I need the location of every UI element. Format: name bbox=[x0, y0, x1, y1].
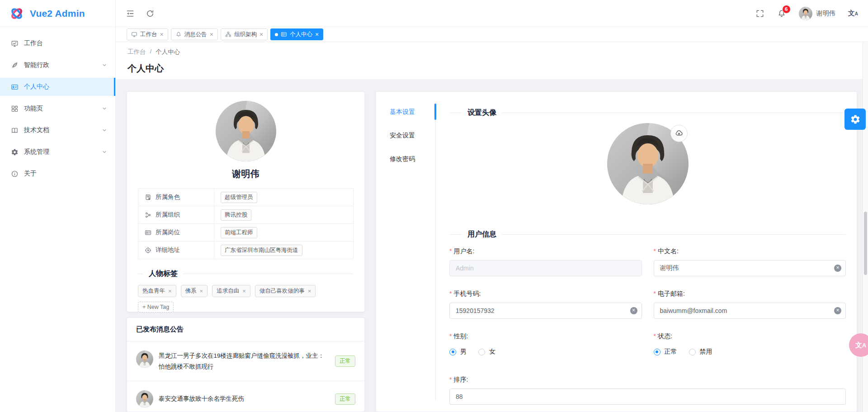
tab-label: 个人中心 bbox=[290, 31, 312, 38]
language-switch-icon[interactable]: 文A bbox=[848, 9, 858, 18]
tab-label: 消息公告 bbox=[184, 31, 207, 38]
notification-badge: 6 bbox=[782, 5, 791, 14]
sidebar-item-feature-pages[interactable]: 功能页 bbox=[0, 99, 115, 118]
email-field-group: *电子邮箱: × bbox=[654, 290, 846, 319]
gender-female-radio[interactable]: 女 bbox=[478, 348, 495, 356]
tab-workbench[interactable]: 工作台 × bbox=[127, 28, 168, 40]
role-icon bbox=[145, 194, 151, 201]
phone-input[interactable] bbox=[449, 303, 642, 319]
required-star: * bbox=[449, 247, 452, 255]
tab-org-structure[interactable]: 组织架构 × bbox=[221, 28, 268, 40]
clear-icon[interactable]: × bbox=[630, 307, 637, 314]
sidebar-item-label: 工作台 bbox=[24, 39, 43, 47]
user-info-divider: 用户信息 bbox=[449, 234, 846, 235]
location-icon bbox=[145, 247, 151, 254]
info-row-label: 所属角色 bbox=[156, 193, 180, 201]
role-value-tag: 超级管理员 bbox=[221, 192, 257, 203]
sidebar-item-smart-admin[interactable]: 智能行政 bbox=[0, 56, 115, 74]
close-icon[interactable]: × bbox=[168, 288, 172, 294]
sidebar-item-label: 功能页 bbox=[24, 104, 43, 113]
breadcrumb-current: 个人中心 bbox=[156, 48, 180, 56]
breadcrumb-parent[interactable]: 工作台 bbox=[127, 48, 146, 56]
email-input[interactable] bbox=[654, 303, 846, 319]
radio-dot bbox=[654, 349, 660, 355]
post-icon bbox=[145, 229, 151, 236]
new-tag-button[interactable]: + New Tag bbox=[138, 302, 174, 313]
avatar-upload-button[interactable] bbox=[670, 125, 688, 142]
settings-content: 设置头像 用户信息 *用户名: *中文名: bbox=[436, 103, 846, 401]
bell-icon bbox=[175, 31, 182, 38]
published-news-card: 已发布消息公告 黑龙江一男子多次在19楼连廊贴窗户缝偷窥洗澡被抓，业主：怕他跳楼… bbox=[127, 317, 365, 412]
close-icon[interactable]: × bbox=[210, 31, 213, 38]
user-info-form: *用户名: *中文名: × *手机号码: × bbox=[449, 247, 846, 412]
chinese-name-input[interactable] bbox=[654, 260, 846, 276]
chevron-down-icon bbox=[102, 106, 107, 111]
status-disabled-radio[interactable]: 禁用 bbox=[689, 348, 712, 356]
profile-tag[interactable]: 热血青年× bbox=[138, 285, 176, 297]
required-star: * bbox=[449, 376, 452, 383]
sidebar-item-tech-docs[interactable]: 技术文档 bbox=[0, 121, 115, 139]
table-row: 详细地址 广东省深圳市南山区粤海街道 bbox=[138, 242, 354, 259]
status-normal-radio[interactable]: 正常 bbox=[654, 348, 677, 356]
phone-field-group: *手机号码: × bbox=[449, 290, 642, 319]
field-label: 性别: bbox=[453, 332, 468, 340]
status-badge: 正常 bbox=[335, 393, 355, 405]
fullscreen-icon[interactable] bbox=[755, 9, 764, 18]
field-label: 状态: bbox=[658, 332, 672, 340]
profile-tag[interactable]: 做自己喜欢做的事× bbox=[255, 285, 316, 297]
address-value-tag: 广东省深圳市南山区粤海街道 bbox=[221, 245, 302, 256]
close-icon[interactable]: × bbox=[259, 31, 263, 38]
close-icon[interactable]: × bbox=[308, 288, 311, 294]
idcard-icon bbox=[11, 83, 19, 91]
sidebar-item-about[interactable]: 关于 bbox=[0, 165, 115, 183]
username-input[interactable] bbox=[449, 260, 642, 276]
close-icon[interactable]: × bbox=[315, 31, 319, 38]
profile-tags: 热血青年× 佛系× 追求自由× 做自己喜欢做的事× + New Tag bbox=[138, 285, 354, 313]
close-icon[interactable]: × bbox=[242, 288, 246, 294]
close-icon[interactable]: × bbox=[160, 31, 164, 38]
pen-icon bbox=[11, 62, 19, 69]
table-row: 所属岗位 前端工程师 bbox=[138, 224, 354, 242]
user-menu[interactable]: 谢明伟 bbox=[799, 7, 835, 20]
info-row-label: 所属岗位 bbox=[156, 228, 180, 237]
list-item[interactable]: 黑龙江一男子多次在19楼连廊贴窗户缝偷窥洗澡被抓，业主：怕他跳楼不敢抓现行 正常 bbox=[127, 341, 364, 381]
field-label: 电子邮箱: bbox=[658, 290, 685, 297]
collapse-sidebar-icon[interactable] bbox=[126, 9, 135, 18]
profile-tag[interactable]: 佛系× bbox=[181, 285, 208, 297]
gear-icon bbox=[850, 114, 861, 125]
tags-section-title: 人物标签 bbox=[143, 269, 183, 278]
scrollbar-thumb[interactable] bbox=[864, 212, 867, 275]
notifications-button[interactable]: 6 bbox=[777, 9, 786, 18]
sidebar-item-profile[interactable]: 个人中心 bbox=[0, 78, 115, 96]
profile-avatar bbox=[216, 101, 276, 161]
radio-dot bbox=[478, 349, 485, 355]
sidebar-item-system-admin[interactable]: 系统管理 bbox=[0, 143, 115, 161]
settings-tabs: 基本设置 安全设置 修改密码 bbox=[387, 103, 436, 401]
clear-icon[interactable]: × bbox=[834, 307, 841, 314]
dashboard-icon bbox=[11, 40, 19, 47]
profile-tag[interactable]: 追求自由× bbox=[212, 285, 250, 297]
clear-icon[interactable]: × bbox=[834, 265, 841, 272]
refresh-icon[interactable] bbox=[146, 9, 155, 18]
tab-change-password[interactable]: 修改密码 bbox=[387, 150, 435, 168]
tab-basic-settings[interactable]: 基本设置 bbox=[387, 103, 435, 121]
close-icon[interactable]: × bbox=[200, 288, 203, 294]
tab-announcements[interactable]: 消息公告 × bbox=[171, 28, 218, 40]
sidebar-item-label: 系统管理 bbox=[24, 148, 49, 156]
chevron-down-icon bbox=[102, 62, 107, 68]
chinese-name-field-group: *中文名: × bbox=[654, 247, 846, 276]
app-logo[interactable]: Vue2 Admin bbox=[0, 0, 115, 27]
field-label: 排序: bbox=[453, 376, 468, 383]
list-item[interactable]: 泰安交通事故致十余名学生死伤 正常 bbox=[127, 381, 364, 412]
sidebar-menu: 工作台 智能行政 个人中心 功能页 技术文档 系统管理 关于 bbox=[0, 27, 115, 183]
tab-security-settings[interactable]: 安全设置 bbox=[387, 126, 435, 144]
cloud-upload-icon bbox=[675, 129, 684, 138]
theme-settings-button[interactable] bbox=[844, 109, 866, 130]
user-name: 谢明伟 bbox=[816, 9, 835, 18]
sort-input[interactable] bbox=[449, 388, 846, 405]
org-value-tag: 腾讯控股 bbox=[221, 209, 251, 221]
tab-label: 工作台 bbox=[140, 31, 157, 38]
sidebar-item-workbench[interactable]: 工作台 bbox=[0, 34, 115, 52]
tab-profile[interactable]: 个人中心 × bbox=[270, 28, 323, 40]
gender-male-radio[interactable]: 男 bbox=[449, 348, 467, 356]
